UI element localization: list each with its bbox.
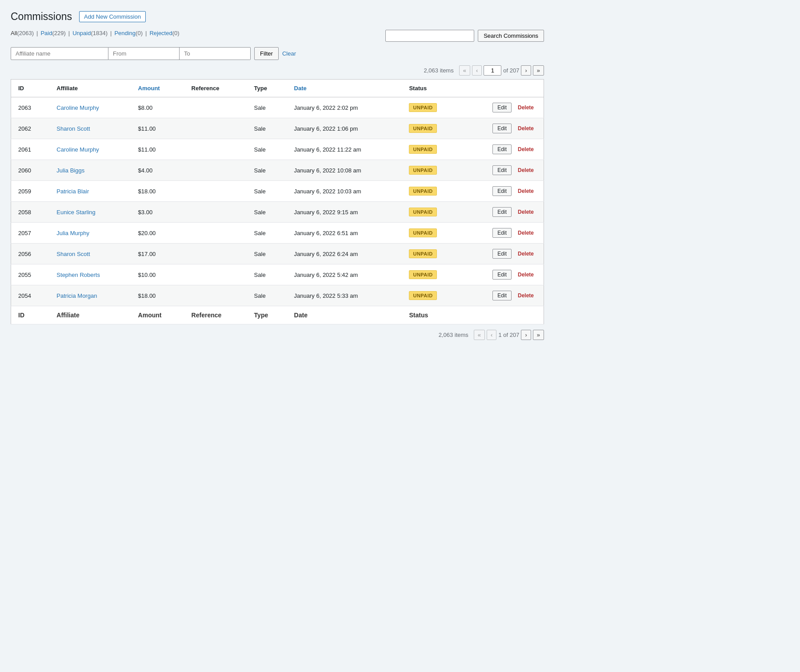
cell-actions: Edit Delete [461, 285, 544, 306]
cell-date: January 6, 2022 6:51 am [287, 223, 402, 244]
delete-button[interactable]: Delete [515, 166, 536, 175]
items-count-bottom: 2,063 items [439, 332, 468, 338]
last-page-button-bottom[interactable]: » [533, 330, 544, 340]
status-badge: UNPAID [409, 124, 436, 133]
edit-button[interactable]: Edit [492, 270, 512, 280]
delete-button[interactable]: Delete [515, 124, 536, 133]
cell-id: 2062 [11, 118, 50, 139]
edit-button[interactable]: Edit [492, 249, 512, 259]
foot-col-actions [461, 306, 544, 324]
delete-button[interactable]: Delete [515, 249, 536, 258]
foot-col-amount: Amount [131, 306, 184, 324]
affiliate-link[interactable]: Eunice Starling [56, 209, 95, 216]
next-page-button-bottom[interactable]: › [521, 330, 531, 340]
status-badge: UNPAID [409, 166, 436, 175]
pagination-footer: 2,063 items « ‹ 1 of 207 › » [11, 330, 544, 340]
foot-col-status: Status [402, 306, 461, 324]
search-commissions-button[interactable]: Search Commissions [478, 30, 544, 42]
commissions-table: ID Affiliate Amount Reference Type Date … [11, 79, 544, 324]
cell-status: UNPAID [402, 139, 461, 160]
to-date-input[interactable] [180, 47, 251, 60]
last-page-button-top[interactable]: » [533, 65, 544, 76]
cell-date: January 6, 2022 1:06 pm [287, 118, 402, 139]
cell-id: 2056 [11, 244, 50, 264]
edit-button[interactable]: Edit [492, 165, 512, 175]
foot-col-id: ID [11, 306, 50, 324]
cell-amount: $3.00 [131, 202, 184, 223]
affiliate-link[interactable]: Julia Murphy [56, 230, 89, 236]
cell-status: UNPAID [402, 202, 461, 223]
filter-button[interactable]: Filter [254, 47, 279, 60]
tab-pending[interactable]: Pending [114, 30, 136, 36]
col-id: ID [11, 80, 50, 97]
search-input[interactable] [385, 30, 474, 42]
cell-type: Sale [247, 118, 287, 139]
cell-actions: Edit Delete [461, 160, 544, 181]
col-reference: Reference [184, 80, 247, 97]
delete-button[interactable]: Delete [515, 103, 536, 112]
cell-type: Sale [247, 160, 287, 181]
affiliate-link[interactable]: Sharon Scott [56, 125, 90, 132]
edit-button[interactable]: Edit [492, 186, 512, 196]
amount-sort-link[interactable]: Amount [138, 85, 160, 92]
delete-button[interactable]: Delete [515, 187, 536, 196]
edit-button[interactable]: Edit [492, 291, 512, 300]
delete-button[interactable]: Delete [515, 145, 536, 154]
edit-button[interactable]: Edit [492, 228, 512, 238]
first-page-button-top[interactable]: « [459, 65, 470, 76]
cell-reference [184, 285, 247, 306]
delete-button[interactable]: Delete [515, 270, 536, 279]
cell-type: Sale [247, 97, 287, 118]
table-row: 2059 Patricia Blair $18.00 Sale January … [11, 181, 544, 202]
cell-actions: Edit Delete [461, 97, 544, 118]
affiliate-link[interactable]: Patricia Blair [56, 188, 89, 195]
edit-button[interactable]: Edit [492, 144, 512, 154]
tab-all[interactable]: All [11, 30, 17, 36]
affiliate-link[interactable]: Sharon Scott [56, 251, 90, 257]
from-date-input[interactable] [108, 47, 180, 60]
prev-page-button-top[interactable]: ‹ [472, 65, 482, 76]
cell-type: Sale [247, 223, 287, 244]
add-new-commission-button[interactable]: Add New Commission [79, 11, 146, 22]
affiliate-name-input[interactable] [11, 47, 108, 60]
delete-button[interactable]: Delete [515, 208, 536, 216]
cell-amount: $8.00 [131, 97, 184, 118]
tab-paid[interactable]: Paid [40, 30, 52, 36]
foot-date-sort-link[interactable]: Date [294, 312, 308, 319]
affiliate-link[interactable]: Stephen Roberts [56, 272, 100, 278]
delete-button[interactable]: Delete [515, 291, 536, 300]
cell-affiliate: Julia Biggs [49, 160, 131, 181]
prev-page-button-bottom[interactable]: ‹ [487, 330, 496, 340]
date-sort-link[interactable]: Date [294, 85, 307, 92]
affiliate-link[interactable]: Caroline Murphy [56, 104, 99, 111]
delete-button[interactable]: Delete [515, 228, 536, 237]
cell-amount: $11.00 [131, 118, 184, 139]
tab-unpaid[interactable]: Unpaid [72, 30, 91, 36]
foot-amount-sort-link[interactable]: Amount [138, 312, 162, 319]
first-page-button-bottom[interactable]: « [474, 330, 485, 340]
affiliate-link[interactable]: Patricia Morgan [56, 292, 97, 299]
tab-rejected[interactable]: Rejected [149, 30, 172, 36]
next-page-button-top[interactable]: › [521, 65, 531, 76]
cell-reference [184, 223, 247, 244]
cell-affiliate: Patricia Blair [49, 181, 131, 202]
table-footer-row: ID Affiliate Amount Reference Type Date … [11, 306, 544, 324]
filter-tabs: All (2063) | Paid (229) | Unpaid (1834) … [11, 30, 180, 36]
edit-button[interactable]: Edit [492, 103, 512, 112]
table-row: 2056 Sharon Scott $17.00 Sale January 6,… [11, 244, 544, 264]
edit-button[interactable]: Edit [492, 124, 512, 133]
current-page-input-top[interactable]: 1 [484, 65, 501, 76]
tab-paid-count: (229) [52, 30, 65, 36]
clear-filter-link[interactable]: Clear [282, 50, 296, 57]
foot-col-date: Date [287, 306, 402, 324]
affiliate-link[interactable]: Julia Biggs [56, 167, 84, 174]
affiliate-link[interactable]: Caroline Murphy [56, 146, 99, 153]
cell-id: 2058 [11, 202, 50, 223]
table-row: 2058 Eunice Starling $3.00 Sale January … [11, 202, 544, 223]
edit-button[interactable]: Edit [492, 207, 512, 217]
cell-status: UNPAID [402, 285, 461, 306]
page-info-bottom: 1 of 207 [498, 332, 519, 338]
cell-amount: $18.00 [131, 181, 184, 202]
col-actions [461, 80, 544, 97]
tab-all-count: (2063) [17, 30, 34, 36]
